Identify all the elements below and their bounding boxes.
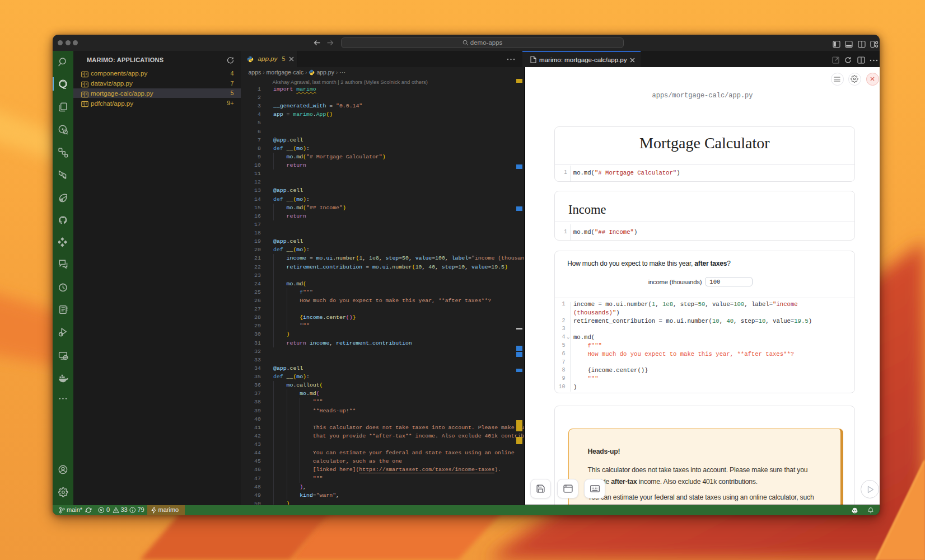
svg-text:SS: SS bbox=[64, 356, 68, 359]
